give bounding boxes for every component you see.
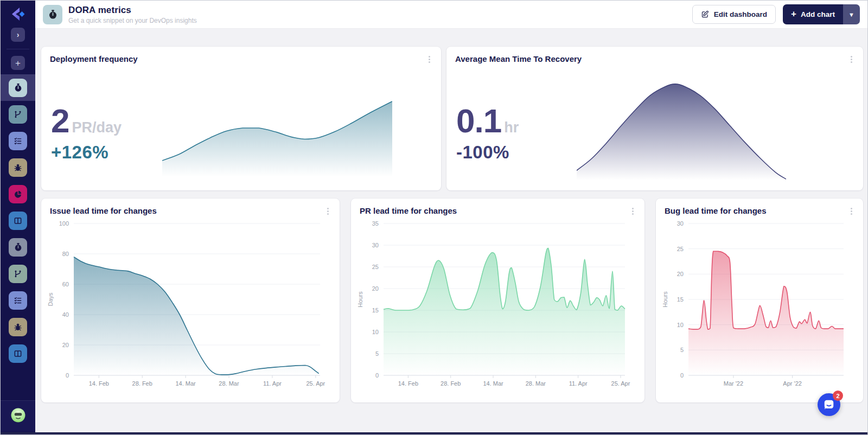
sidebar-item-stopwatch-0[interactable] [1, 74, 35, 101]
main-area: DORA metrics Get a quick snippet on your… [35, 1, 867, 434]
sidebar-item-stopwatch-6[interactable] [1, 234, 35, 260]
mttr-chart [577, 78, 786, 180]
sidebar-footer [1, 400, 35, 432]
stat-value: 0.1 [456, 104, 501, 138]
card-bug-lead-time: Bug lead time for changes 051015202530Ma… [656, 199, 863, 402]
bug-lead-time-chart: 051015202530Mar '22Apr '22Hours [660, 220, 859, 392]
svg-text:11. Apr: 11. Apr [569, 380, 588, 387]
stat-value: 2 [51, 104, 69, 138]
svg-text:40: 40 [62, 311, 69, 318]
svg-text:25. Apr: 25. Apr [611, 380, 630, 387]
svg-text:Apr '22: Apr '22 [783, 380, 802, 387]
board-icon [9, 212, 27, 230]
svg-text:28. Feb: 28. Feb [132, 380, 152, 387]
topbar: DORA metrics Get a quick snippet on your… [35, 1, 867, 29]
sidebar-item-bug-3[interactable] [1, 154, 35, 181]
svg-text:25: 25 [372, 264, 379, 270]
stopwatch-icon [43, 5, 62, 24]
add-chart-button-group: + Add chart ▼ [783, 4, 860, 24]
card-menu-button[interactable] [424, 54, 434, 65]
add-chart-button[interactable]: + Add chart [783, 4, 843, 24]
sidebar-item-checklist-8[interactable] [1, 287, 35, 314]
window-bottom-edge [1, 432, 867, 434]
svg-text:20: 20 [677, 271, 684, 277]
svg-text:Hours: Hours [357, 291, 363, 308]
svg-text:0: 0 [680, 372, 684, 379]
card-pr-lead-time: PR lead time for changes 051015202530351… [351, 199, 644, 402]
stopwatch-icon [9, 79, 27, 97]
stat-unit: hr [504, 119, 519, 136]
card-menu-button[interactable] [846, 206, 856, 216]
svg-text:5: 5 [375, 350, 379, 357]
svg-text:Mar '22: Mar '22 [724, 380, 743, 387]
svg-text:14. Feb: 14. Feb [89, 380, 109, 387]
chevron-down-icon: ▼ [848, 11, 854, 18]
sidebar: › + [1, 1, 35, 434]
svg-text:100: 100 [59, 220, 69, 227]
checklist-icon [9, 132, 27, 150]
card-menu-button[interactable] [323, 206, 333, 216]
git-branch-icon [9, 105, 27, 124]
card-title: Deployment frequency [50, 54, 138, 63]
sidebar-divider [7, 49, 29, 49]
svg-text:14. Mar: 14. Mar [483, 380, 503, 387]
svg-text:5: 5 [680, 347, 684, 353]
svg-text:14. Feb: 14. Feb [398, 380, 418, 387]
svg-text:30: 30 [677, 220, 684, 227]
edit-icon [701, 10, 709, 18]
svg-text:28. Feb: 28. Feb [441, 380, 461, 387]
plus-icon: + [791, 9, 796, 20]
sidebar-item-board-10[interactable] [1, 340, 35, 367]
stat-delta: +126% [51, 142, 122, 163]
svg-text:25: 25 [677, 246, 684, 252]
card-title: Bug lead time for changes [665, 206, 767, 215]
chat-launcher-button[interactable]: 2 [818, 393, 840, 416]
edit-dashboard-label: Edit dashboard [714, 10, 767, 18]
sidebar-item-pie-chart-4[interactable] [1, 181, 35, 207]
sidebar-item-bug-9[interactable] [1, 314, 35, 340]
pr-lead-time-chart: 0510152025303514. Feb28. Feb14. Mar28. M… [355, 220, 640, 392]
svg-text:30: 30 [372, 242, 379, 248]
sidebar-collapse-button[interactable]: › [11, 28, 25, 42]
card-issue-lead-time: Issue lead time for changes 020406080100… [41, 199, 340, 402]
svg-text:80: 80 [62, 251, 69, 257]
issue-lead-time-chart: 02040608010014. Feb28. Feb14. Mar28. Mar… [46, 220, 335, 392]
sidebar-tool-list [1, 74, 35, 367]
card-deployment-frequency: Deployment frequency 2 PR/day +126% [41, 47, 441, 190]
svg-text:25. Apr: 25. Apr [306, 380, 325, 387]
edit-dashboard-button[interactable]: Edit dashboard [692, 5, 776, 24]
board-icon [9, 344, 27, 363]
stat-delta: -100% [456, 142, 519, 163]
chevron-right-icon: › [17, 30, 20, 39]
svg-text:11. Apr: 11. Apr [263, 380, 282, 387]
add-tool-button[interactable]: + [11, 56, 25, 70]
bug-icon [9, 158, 27, 177]
svg-text:0: 0 [66, 372, 69, 379]
svg-text:0: 0 [375, 372, 379, 379]
plus-icon: + [15, 59, 21, 68]
add-chart-label: Add chart [801, 10, 835, 18]
app-logo-icon[interactable] [9, 5, 27, 24]
checklist-icon [9, 291, 27, 310]
svg-text:35: 35 [372, 220, 379, 227]
svg-text:20: 20 [372, 285, 379, 292]
title-block: DORA metrics Get a quick snippet on your… [68, 5, 197, 24]
stat-unit: PR/day [72, 119, 122, 136]
card-title: Average Mean Time To Recovery [455, 54, 582, 63]
bug-icon [9, 318, 27, 336]
card-menu-button[interactable] [628, 206, 637, 216]
add-chart-dropdown-button[interactable]: ▼ [843, 4, 860, 24]
page-title: DORA metrics [68, 5, 197, 16]
sidebar-item-checklist-2[interactable] [1, 127, 35, 154]
svg-text:Days: Days [47, 292, 54, 306]
svg-text:15: 15 [372, 307, 379, 314]
svg-text:10: 10 [677, 322, 684, 328]
user-avatar[interactable] [11, 408, 25, 425]
sidebar-item-board-5[interactable] [1, 207, 35, 234]
card-title: PR lead time for changes [360, 206, 457, 215]
sidebar-item-git-branch-7[interactable] [1, 260, 35, 287]
stopwatch-icon [9, 238, 27, 257]
card-menu-button[interactable] [846, 54, 856, 65]
chat-bubble-icon [823, 399, 835, 411]
sidebar-item-git-branch-1[interactable] [1, 101, 35, 127]
